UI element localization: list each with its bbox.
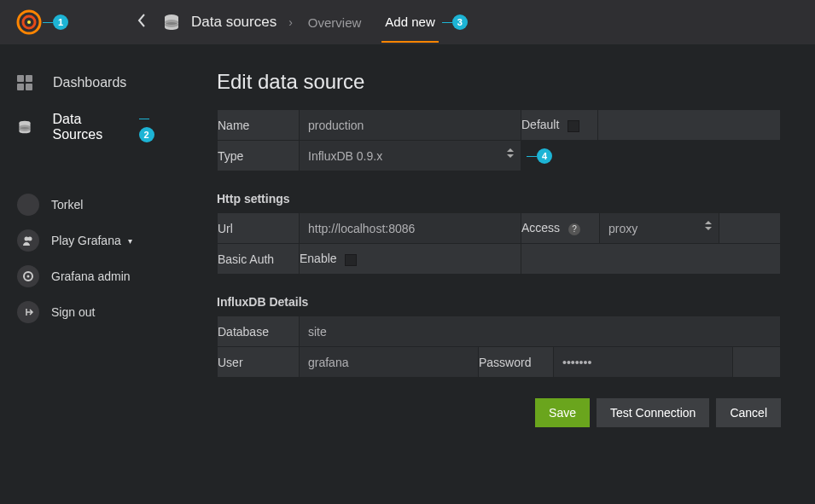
sidebar-item-label: Dashboards <box>53 75 126 90</box>
sidebar-signout[interactable]: Sign out <box>0 294 181 330</box>
main-content: Edit data source Name Default Type Influ… <box>181 44 815 504</box>
user-label: User <box>218 347 300 378</box>
access-label-cell: Access ? <box>521 213 600 244</box>
dashboards-icon <box>17 75 39 90</box>
sidebar-item-data-sources[interactable]: Data Sources 2 <box>0 101 181 153</box>
type-cell: InfluxDB 0.9.x <box>300 141 521 171</box>
svg-rect-9 <box>26 84 32 90</box>
user-input[interactable] <box>300 347 478 377</box>
sidebar: Dashboards Data Sources 2 Torkel Play Gr… <box>0 44 181 504</box>
back-chevron-icon[interactable] <box>137 13 147 32</box>
svg-point-16 <box>27 275 30 278</box>
grafana-logo-icon[interactable] <box>15 9 43 36</box>
save-button[interactable]: Save <box>535 398 590 427</box>
annotation-marker-1: 1 <box>53 14 68 30</box>
user-avatar <box>17 194 39 216</box>
chevron-right-icon: › <box>288 15 293 29</box>
annotation-marker-3: 3 <box>452 14 468 30</box>
cancel-button[interactable]: Cancel <box>716 398 781 427</box>
access-select[interactable]: proxy <box>600 213 719 243</box>
signout-label: Sign out <box>51 305 95 319</box>
page-title: Edit data source <box>217 70 781 94</box>
database-cell <box>300 316 781 347</box>
default-cell: Default <box>521 110 598 141</box>
password-label: Password <box>479 347 554 378</box>
annotation-marker-4: 4 <box>537 148 552 164</box>
svg-point-12 <box>19 127 30 131</box>
svg-rect-8 <box>17 84 24 90</box>
basic-auth-label: Basic Auth <box>218 244 300 275</box>
http-settings-heading: Http settings <box>217 192 781 206</box>
tab-overview[interactable]: Overview <box>305 3 365 42</box>
database-icon <box>17 119 39 135</box>
default-label: Default <box>521 118 559 131</box>
url-cell <box>300 213 521 244</box>
annotation-marker-2: 2 <box>139 127 154 142</box>
sidebar-item-label: Data Sources <box>53 112 134 142</box>
signout-icon <box>17 301 39 323</box>
enable-label: Enable <box>300 252 337 265</box>
test-connection-button[interactable]: Test Connection <box>597 398 709 427</box>
name-label: Name <box>218 110 300 141</box>
user-name: Torkel <box>51 198 83 211</box>
svg-point-14 <box>28 237 32 241</box>
svg-point-5 <box>165 22 178 27</box>
influxdb-details-heading: InfluxDB Details <box>217 295 781 309</box>
access-cell: proxy <box>600 213 719 244</box>
org-name: Play Grafana <box>51 234 121 247</box>
svg-point-2 <box>27 20 31 24</box>
sidebar-item-dashboards[interactable]: Dashboards <box>0 65 181 101</box>
svg-rect-6 <box>17 75 24 82</box>
top-bar: 1 Data sources › Overview Add new 3 <box>0 0 815 44</box>
gear-icon <box>17 265 39 287</box>
sidebar-org-switcher[interactable]: Play Grafana ▾ <box>0 223 181 258</box>
database-icon <box>162 13 181 32</box>
sidebar-admin[interactable]: Grafana admin <box>0 258 181 294</box>
sidebar-user[interactable]: Torkel <box>0 187 181 223</box>
datasource-basic-table: Name Default Type InfluxDB 0.9.x 4 <box>217 109 781 171</box>
default-checkbox[interactable] <box>568 120 579 132</box>
password-cell <box>554 347 733 378</box>
database-label: Database <box>218 316 300 347</box>
url-input[interactable] <box>300 213 521 243</box>
url-label: Url <box>218 213 300 244</box>
enable-cell: Enable <box>300 244 521 275</box>
breadcrumb-root[interactable]: Data sources <box>191 14 277 31</box>
svg-rect-7 <box>26 75 32 82</box>
button-row: Save Test Connection Cancel <box>217 398 781 427</box>
access-label: Access <box>521 221 560 235</box>
admin-label: Grafana admin <box>51 269 131 283</box>
password-input[interactable] <box>554 347 732 377</box>
name-cell <box>300 110 521 141</box>
http-settings-table: Url Access ? proxy Basic Auth Enable <box>217 212 781 275</box>
caret-down-icon: ▾ <box>128 236 132 246</box>
database-input[interactable] <box>300 316 780 346</box>
tab-add-new[interactable]: Add new <box>381 3 438 43</box>
name-input[interactable] <box>300 110 521 140</box>
users-icon <box>17 229 39 252</box>
type-label: Type <box>218 141 300 171</box>
influxdb-details-table: Database User Password <box>217 316 781 378</box>
basic-auth-checkbox[interactable] <box>345 254 357 266</box>
type-select[interactable]: InfluxDB 0.9.x <box>300 141 521 171</box>
user-cell <box>300 347 479 378</box>
help-icon[interactable]: ? <box>568 223 580 235</box>
